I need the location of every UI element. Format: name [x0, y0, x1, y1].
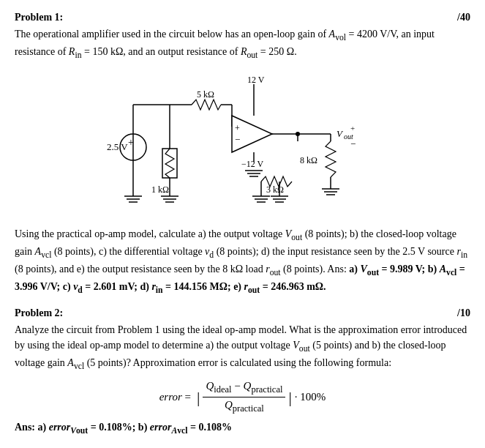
problem2-points: /10 [457, 307, 470, 319]
problem1-title: Problem 1: [15, 12, 63, 23]
problem2-text: Analyze the circuit from Problem 1 using… [15, 322, 470, 373]
svg-text:+: + [235, 123, 240, 133]
problem1-header: Problem 1: /40 [15, 12, 470, 23]
multiply-100: · 100% [295, 391, 326, 403]
svg-text:+: + [128, 137, 134, 148]
svg-text:2.5 V: 2.5 V [107, 141, 128, 152]
problem1-text: The operational amplifier used in the ci… [15, 26, 470, 62]
problem1-points: /40 [457, 12, 470, 23]
abs-bar-left: | [197, 389, 200, 406]
problem2-header: Problem 2: /10 [15, 307, 470, 319]
p1-line1a: The operational amplifier used in the ci… [15, 29, 435, 57]
svg-rect-11 [162, 149, 177, 178]
problem2-title: Problem 2: [15, 307, 63, 319]
problem1-answer-text: Using the practical op-amp model, calcul… [15, 226, 470, 297]
abs-bar-right: | [288, 389, 291, 406]
svg-text:3 kΩ: 3 kΩ [266, 184, 284, 195]
fraction-denominator: Qpractical [222, 397, 267, 414]
svg-text:−12 V: −12 V [241, 159, 264, 169]
error-label: error = [159, 391, 191, 403]
problem2-answer: Ans: a) errorVout = 0.108%; b) errorAvcl… [15, 422, 470, 436]
error-formula: error = | Qideal − Qpractical Qpractical… [15, 380, 470, 414]
fraction-numerator: Qideal − Qpractical [203, 380, 285, 397]
svg-text:−: − [235, 134, 240, 145]
circuit-svg: + 2.5 V 1 kΩ 5 kΩ [104, 68, 382, 214]
svg-text:8 kΩ: 8 kΩ [300, 155, 317, 165]
svg-text:+: + [350, 124, 355, 132]
error-fraction: Qideal − Qpractical Qpractical [203, 380, 285, 414]
svg-text:−: − [350, 138, 356, 149]
problem2-section: Problem 2: /10 Analyze the circuit from … [15, 307, 470, 436]
svg-text:5 kΩ: 5 kΩ [197, 89, 214, 100]
circuit-diagram: + 2.5 V 1 kΩ 5 kΩ [15, 68, 470, 222]
svg-text:12 V: 12 V [247, 75, 265, 85]
svg-text:1 kΩ: 1 kΩ [151, 184, 169, 195]
svg-text:V: V [337, 128, 344, 139]
